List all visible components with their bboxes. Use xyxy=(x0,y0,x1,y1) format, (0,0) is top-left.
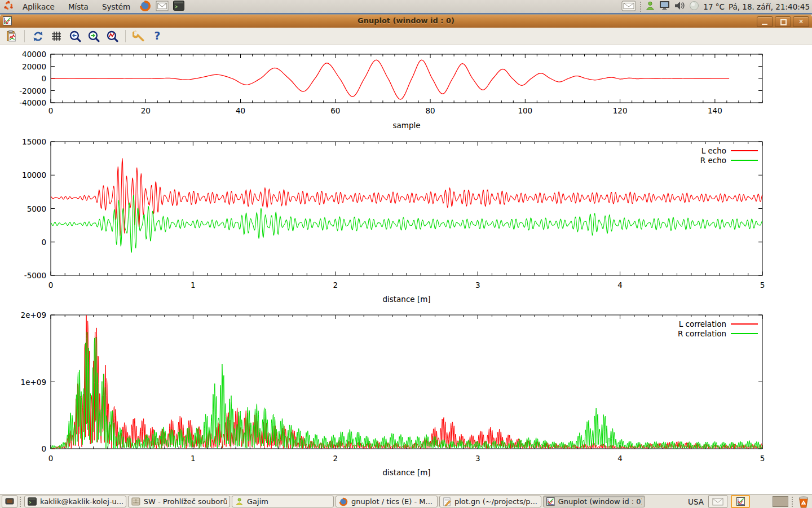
legend-label: L echo xyxy=(701,146,726,155)
taskbar: kaklik@kaklik-kolej-u... SW - Prohlížeč … xyxy=(0,494,812,508)
gnuplot-toolbar: ? xyxy=(0,28,812,45)
tray-grip[interactable] xyxy=(640,2,641,12)
zoom-previous-icon[interactable] xyxy=(68,29,82,43)
y-tick-label: 0 xyxy=(41,74,46,83)
y-tick-label: 2e+09 xyxy=(21,310,46,319)
close-icon: ✕ xyxy=(793,17,809,27)
clock-applet[interactable]: Pá, 18. září, 21:40:45 xyxy=(729,2,810,11)
temperature-applet[interactable]: 17 °C xyxy=(703,2,725,11)
taskbar-item-text-editor[interactable]: plot.gn (~/projects/p... xyxy=(439,496,541,507)
zoom-next-icon[interactable] xyxy=(87,29,100,43)
grid-toggle-icon[interactable] xyxy=(50,29,63,43)
y-tick-label: 5000 xyxy=(27,204,46,213)
legend-label: R echo xyxy=(700,156,726,165)
y-tick-label: 0 xyxy=(41,238,46,247)
svg-text:?: ? xyxy=(155,30,161,42)
autoscale-icon[interactable] xyxy=(105,29,119,43)
y-tick-label: 1e+09 xyxy=(21,378,46,387)
x-tick-label: 40 xyxy=(236,106,245,115)
x-tick-label: 5 xyxy=(760,454,765,463)
x-tick-label: 4 xyxy=(617,281,623,290)
taskbar-grip[interactable] xyxy=(20,497,21,507)
x-tick-label: 120 xyxy=(613,106,628,115)
tray-mail-button[interactable] xyxy=(708,495,727,508)
settings-wrench-icon[interactable] xyxy=(132,29,145,43)
taskbar-item-gajim[interactable]: Gajim xyxy=(232,496,334,507)
plots-svg: 020406080100120140-40000-200000200004000… xyxy=(0,45,812,494)
menu-system[interactable]: Systém xyxy=(98,1,135,12)
toolbar-separator xyxy=(24,30,25,42)
minimize-icon xyxy=(762,24,767,25)
x-tick-label: 3 xyxy=(475,454,480,463)
x-axis-label: sample xyxy=(392,121,420,130)
series-r-echo xyxy=(51,195,762,252)
taskbar-item-firefox[interactable]: gnuplot / tics (E) - M... xyxy=(336,496,438,507)
x-tick-label: 0 xyxy=(48,106,54,115)
series-r-correlation xyxy=(51,332,762,448)
x-tick-label: 1 xyxy=(191,454,196,463)
legend-label: L correlation xyxy=(679,319,726,329)
maximize-icon xyxy=(780,19,787,25)
x-tick-label: 3 xyxy=(475,281,480,290)
trash-icon[interactable] xyxy=(796,495,811,508)
window-titlebar[interactable]: Gnuplot (window id : 0) ✕ xyxy=(0,15,812,28)
user-switcher-icon[interactable] xyxy=(645,1,655,12)
copy-to-clipboard-icon[interactable] xyxy=(5,29,18,43)
x-tick-label: 100 xyxy=(518,106,532,115)
x-tick-label: 2 xyxy=(333,454,338,463)
x-tick-label: 0 xyxy=(48,454,54,463)
x-tick-label: 5 xyxy=(760,281,765,290)
toolbar-separator xyxy=(125,30,126,42)
taskbar-item-file-manager[interactable]: SW - Prohlížeč souborů xyxy=(128,496,230,507)
y-tick-label: -40000 xyxy=(19,98,46,107)
gnuplot-canvas[interactable]: 020406080100120140-40000-200000200004000… xyxy=(0,45,812,494)
x-tick-label: 2 xyxy=(333,281,338,290)
y-tick-label: 15000 xyxy=(22,137,46,146)
menu-applications[interactable]: Aplikace xyxy=(18,1,59,12)
minimize-button[interactable] xyxy=(757,16,773,27)
y-tick-label: -5000 xyxy=(24,271,46,280)
x-tick-label: 4 xyxy=(617,454,623,463)
series-l-correlation xyxy=(51,316,762,449)
mail-notification-icon[interactable] xyxy=(621,1,636,13)
volume-icon[interactable] xyxy=(674,1,685,12)
x-tick-label: 20 xyxy=(141,106,151,115)
maximize-button[interactable] xyxy=(775,16,791,27)
y-tick-label: -20000 xyxy=(19,86,46,95)
taskbar-item-gnuplot[interactable]: Gnuplot (window id : 0) xyxy=(543,496,645,507)
x-tick-label: 0 xyxy=(48,281,54,290)
legend-label: R correlation xyxy=(678,329,726,338)
window-title: Gnuplot (window id : 0) xyxy=(0,16,812,25)
x-tick-label: 1 xyxy=(191,281,196,290)
plot-frame xyxy=(51,315,762,449)
show-desktop-button[interactable] xyxy=(2,495,17,508)
taskbar-item-terminal[interactable]: kaklik@kaklik-kolej-u... xyxy=(24,496,126,507)
display-settings-icon[interactable] xyxy=(659,1,670,12)
mail-launcher-icon[interactable] xyxy=(156,1,169,13)
y-tick-label: 20000 xyxy=(22,62,46,71)
close-button[interactable]: ✕ xyxy=(793,16,809,27)
x-tick-label: 60 xyxy=(330,106,340,115)
terminal-launcher-icon[interactable] xyxy=(173,1,184,12)
x-tick-label: 140 xyxy=(708,106,722,115)
desktop: Aplikace Místa Systém xyxy=(0,0,812,508)
help-icon[interactable]: ? xyxy=(151,29,164,43)
y-tick-label: 0 xyxy=(41,444,46,453)
y-tick-label: 10000 xyxy=(22,170,46,179)
x-axis-label: distance [m] xyxy=(382,295,430,304)
menu-places[interactable]: Místa xyxy=(64,1,93,12)
workspace-switcher[interactable] xyxy=(773,496,788,507)
x-tick-label: 80 xyxy=(425,106,435,115)
x-axis-label: distance [m] xyxy=(382,468,430,477)
firefox-launcher-icon[interactable] xyxy=(139,0,151,14)
tray-gnuplot-button[interactable] xyxy=(731,495,750,508)
y-tick-label: 40000 xyxy=(22,50,46,59)
series-signal xyxy=(51,60,729,99)
weather-icon[interactable] xyxy=(689,1,699,12)
panel-edge xyxy=(0,13,812,14)
top-panel: Aplikace Místa Systém xyxy=(0,0,812,15)
replot-icon[interactable] xyxy=(31,29,45,43)
taskbar-grip[interactable] xyxy=(792,497,793,507)
keyboard-layout-indicator[interactable]: USA xyxy=(688,497,704,506)
ubuntu-logo-icon[interactable] xyxy=(3,1,14,12)
